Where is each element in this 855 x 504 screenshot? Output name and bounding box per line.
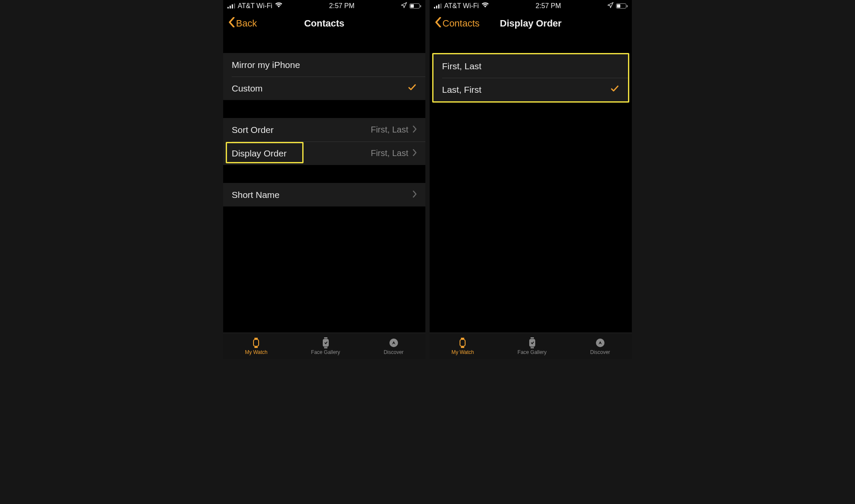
status-time: 2:57 PM bbox=[329, 2, 355, 10]
svg-rect-10 bbox=[529, 339, 535, 347]
checkmark-icon bbox=[610, 84, 619, 95]
location-icon bbox=[607, 2, 613, 10]
carrier-label: AT&T Wi-Fi bbox=[444, 2, 479, 10]
checkmark-icon bbox=[407, 83, 417, 94]
row-label: Display Order bbox=[232, 148, 286, 159]
wifi-icon bbox=[275, 2, 283, 10]
option-label: Last, First bbox=[442, 85, 481, 95]
tab-label: Face Gallery bbox=[518, 349, 547, 355]
face-gallery-icon bbox=[320, 337, 332, 348]
section-short-name: Short Name bbox=[223, 183, 425, 206]
row-display-order[interactable]: Display Order First, Last bbox=[223, 141, 425, 165]
nav-header: Back Contacts bbox=[223, 12, 425, 35]
option-label: First, Last bbox=[442, 61, 481, 71]
svg-rect-0 bbox=[254, 339, 259, 346]
tab-discover[interactable]: Discover bbox=[383, 337, 404, 355]
watch-icon bbox=[250, 337, 262, 348]
status-time: 2:57 PM bbox=[536, 2, 561, 10]
chevron-right-icon bbox=[413, 125, 417, 135]
tab-label: Discover bbox=[590, 349, 610, 355]
nav-header: Contacts Display Order bbox=[430, 12, 632, 35]
back-label: Contacts bbox=[442, 18, 480, 29]
svg-rect-2 bbox=[254, 347, 258, 348]
row-mirror-iphone[interactable]: Mirror my iPhone bbox=[223, 53, 425, 77]
content-area: First, Last Last, First bbox=[430, 35, 632, 333]
row-label: Sort Order bbox=[232, 125, 274, 135]
tab-face-gallery[interactable]: Face Gallery bbox=[518, 337, 547, 355]
phone-screen-contacts: AT&T Wi-Fi 2:57 PM Back bbox=[223, 0, 425, 359]
tab-label: Discover bbox=[383, 349, 404, 355]
svg-rect-4 bbox=[324, 337, 327, 339]
option-first-last[interactable]: First, Last bbox=[433, 54, 628, 78]
tab-my-watch[interactable]: My Watch bbox=[451, 337, 474, 355]
signal-icon bbox=[434, 3, 442, 9]
row-label: Custom bbox=[232, 83, 262, 94]
row-label: Mirror my iPhone bbox=[232, 60, 300, 70]
face-gallery-icon bbox=[526, 337, 538, 348]
chevron-right-icon bbox=[413, 190, 417, 200]
section-order: Sort Order First, Last Display Order Fir… bbox=[223, 118, 425, 165]
compass-icon bbox=[388, 337, 400, 348]
section-sync-mode: Mirror my iPhone Custom bbox=[223, 53, 425, 100]
row-short-name[interactable]: Short Name bbox=[223, 183, 425, 206]
battery-icon bbox=[616, 3, 628, 9]
battery-icon bbox=[410, 3, 421, 9]
chevron-right-icon bbox=[413, 148, 417, 158]
tab-bar: My Watch Face Gallery Discover bbox=[223, 333, 425, 359]
section-display-order-options: First, Last Last, First bbox=[432, 53, 629, 103]
back-button[interactable]: Back bbox=[228, 17, 257, 30]
tab-bar: My Watch Face Gallery Discover bbox=[430, 333, 632, 359]
tab-my-watch[interactable]: My Watch bbox=[245, 337, 268, 355]
svg-rect-1 bbox=[254, 338, 258, 339]
content-area: Mirror my iPhone Custom Sort Order First… bbox=[223, 35, 425, 333]
compass-icon bbox=[594, 337, 606, 348]
carrier-label: AT&T Wi-Fi bbox=[238, 2, 272, 10]
status-bar: AT&T Wi-Fi 2:57 PM bbox=[223, 0, 425, 12]
signal-icon bbox=[227, 3, 235, 9]
svg-rect-8 bbox=[461, 338, 464, 339]
option-last-first[interactable]: Last, First bbox=[433, 78, 628, 101]
phone-screen-display-order: AT&T Wi-Fi 2:57 PM Contacts bbox=[430, 0, 632, 359]
svg-rect-11 bbox=[531, 337, 534, 339]
back-button[interactable]: Contacts bbox=[435, 17, 480, 30]
tab-face-gallery[interactable]: Face Gallery bbox=[311, 337, 340, 355]
row-value: First, Last bbox=[371, 125, 408, 135]
wifi-icon bbox=[481, 2, 489, 10]
svg-rect-5 bbox=[324, 347, 327, 348]
chevron-left-icon bbox=[228, 17, 235, 30]
svg-rect-7 bbox=[460, 339, 465, 346]
status-bar: AT&T Wi-Fi 2:57 PM bbox=[430, 0, 632, 12]
tab-label: Face Gallery bbox=[311, 349, 340, 355]
svg-rect-9 bbox=[461, 347, 464, 348]
row-value: First, Last bbox=[371, 148, 408, 158]
chevron-left-icon bbox=[435, 17, 442, 30]
row-label: Short Name bbox=[232, 190, 280, 200]
tab-label: My Watch bbox=[451, 349, 474, 355]
tab-discover[interactable]: Discover bbox=[590, 337, 610, 355]
tab-label: My Watch bbox=[245, 349, 268, 355]
location-icon bbox=[401, 2, 407, 10]
row-custom[interactable]: Custom bbox=[223, 77, 425, 100]
watch-icon bbox=[457, 337, 469, 348]
svg-rect-3 bbox=[323, 339, 329, 347]
svg-rect-12 bbox=[531, 347, 534, 348]
back-label: Back bbox=[236, 18, 257, 29]
row-sort-order[interactable]: Sort Order First, Last bbox=[223, 118, 425, 141]
